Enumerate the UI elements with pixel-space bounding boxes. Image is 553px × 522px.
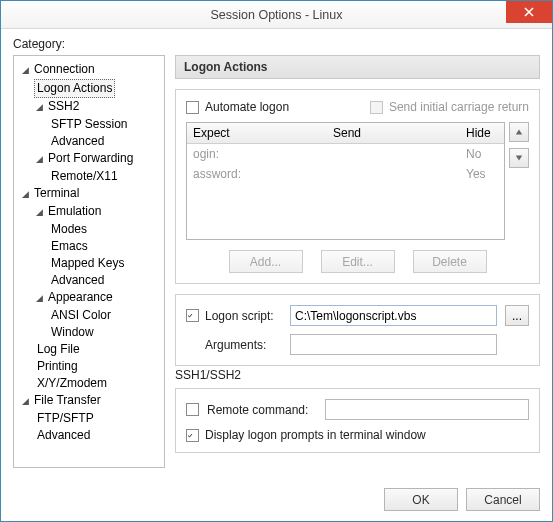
tree-window[interactable]: Window	[48, 324, 97, 341]
automate-logon-checkbox[interactable]	[186, 101, 199, 114]
tree-file-transfer[interactable]: File Transfer	[31, 392, 104, 409]
expect-send-list[interactable]: Expect Send Hide ogin: No	[186, 122, 505, 240]
check-icon	[187, 310, 193, 321]
send-initial-checkbox	[370, 101, 383, 114]
remote-command-label: Remote command:	[207, 403, 317, 417]
check-icon	[187, 430, 193, 441]
tree-port-forwarding[interactable]: Port Forwarding	[45, 150, 136, 167]
tree-logon-actions[interactable]: Logon Actions	[34, 79, 115, 98]
arguments-input[interactable]	[290, 334, 497, 355]
logon-script-checkbox[interactable]	[186, 309, 199, 322]
move-down-button[interactable]	[509, 148, 529, 168]
tree-appearance[interactable]: Appearance	[45, 289, 116, 306]
tree-remote-x11[interactable]: Remote/X11	[48, 168, 121, 185]
dialog-body: Category: ◢Connection Logon Actions ◢SSH…	[1, 29, 552, 478]
dialog-footer: OK Cancel	[1, 478, 552, 521]
ssh-group-label: SSH1/SSH2	[175, 368, 540, 382]
delete-button: Delete	[413, 250, 487, 273]
close-icon	[524, 7, 534, 17]
tree-modes[interactable]: Modes	[48, 221, 90, 238]
logon-script-label: Logon script:	[205, 309, 274, 323]
tree-emacs[interactable]: Emacs	[48, 238, 91, 255]
add-button: Add...	[229, 250, 303, 273]
edit-button: Edit...	[321, 250, 395, 273]
tree-mapped-keys[interactable]: Mapped Keys	[48, 255, 127, 272]
list-row[interactable]: ogin: No	[187, 144, 504, 164]
move-up-button[interactable]	[509, 122, 529, 142]
tree-sftp-session[interactable]: SFTP Session	[48, 116, 130, 133]
tree-ssh2-advanced[interactable]: Advanced	[48, 133, 107, 150]
settings-panel: Logon Actions Automate logon Send initia…	[175, 55, 540, 468]
col-expect[interactable]: Expect	[187, 123, 327, 143]
tree-terminal[interactable]: Terminal	[31, 185, 82, 202]
category-tree[interactable]: ◢Connection Logon Actions ◢SSH2 SFTP Ses…	[13, 55, 165, 468]
tree-emulation[interactable]: Emulation	[45, 203, 104, 220]
close-button[interactable]	[506, 1, 552, 23]
list-row[interactable]: assword: Yes	[187, 164, 504, 184]
send-initial-label: Send initial carriage return	[389, 100, 529, 114]
tree-connection[interactable]: Connection	[31, 61, 98, 78]
ssh-group: Remote command: Display logon prompts in…	[175, 388, 540, 453]
tree-xyzmodem[interactable]: X/Y/Zmodem	[34, 375, 110, 392]
twisty-icon[interactable]: ◢	[34, 204, 44, 221]
tree-ssh2[interactable]: SSH2	[45, 98, 82, 115]
twisty-icon[interactable]: ◢	[20, 186, 30, 203]
display-prompts-checkbox[interactable]	[186, 429, 199, 442]
list-header: Expect Send Hide	[187, 123, 504, 144]
window-title: Session Options - Linux	[1, 8, 552, 22]
triangle-down-icon	[515, 154, 523, 162]
remote-command-input[interactable]	[325, 399, 529, 420]
display-prompts-label: Display logon prompts in terminal window	[205, 428, 426, 442]
titlebar: Session Options - Linux	[1, 1, 552, 29]
ok-button[interactable]: OK	[384, 488, 458, 511]
session-options-window: Session Options - Linux Category: ◢Conne…	[0, 0, 553, 522]
cancel-button[interactable]: Cancel	[466, 488, 540, 511]
col-hide[interactable]: Hide	[460, 123, 504, 143]
svg-marker-2	[516, 130, 522, 135]
twisty-icon[interactable]: ◢	[34, 151, 44, 168]
panel-title: Logon Actions	[175, 55, 540, 79]
twisty-icon[interactable]: ◢	[20, 62, 30, 79]
tree-ansi-color[interactable]: ANSI Color	[48, 307, 114, 324]
tree-log-file[interactable]: Log File	[34, 341, 83, 358]
automate-logon-label: Automate logon	[205, 100, 289, 114]
tree-emu-advanced[interactable]: Advanced	[48, 272, 107, 289]
triangle-up-icon	[515, 128, 523, 136]
tree-ft-advanced[interactable]: Advanced	[34, 427, 93, 444]
columns: ◢Connection Logon Actions ◢SSH2 SFTP Ses…	[13, 55, 540, 468]
list-rows: ogin: No assword: Yes	[187, 144, 504, 239]
tree-printing[interactable]: Printing	[34, 358, 81, 375]
logon-script-input[interactable]	[290, 305, 497, 326]
svg-marker-3	[516, 156, 522, 161]
browse-button[interactable]: ...	[505, 305, 529, 326]
twisty-icon[interactable]: ◢	[20, 393, 30, 410]
category-label: Category:	[13, 37, 540, 51]
logon-script-group: Logon script: ... Arguments:	[175, 294, 540, 366]
twisty-icon[interactable]: ◢	[34, 99, 44, 116]
col-send[interactable]: Send	[327, 123, 460, 143]
arguments-label: Arguments:	[205, 338, 266, 352]
automate-logon-group: Automate logon Send initial carriage ret…	[175, 89, 540, 284]
tree-ftp-sftp[interactable]: FTP/SFTP	[34, 410, 97, 427]
twisty-icon[interactable]: ◢	[34, 290, 44, 307]
remote-command-checkbox[interactable]	[186, 403, 199, 416]
